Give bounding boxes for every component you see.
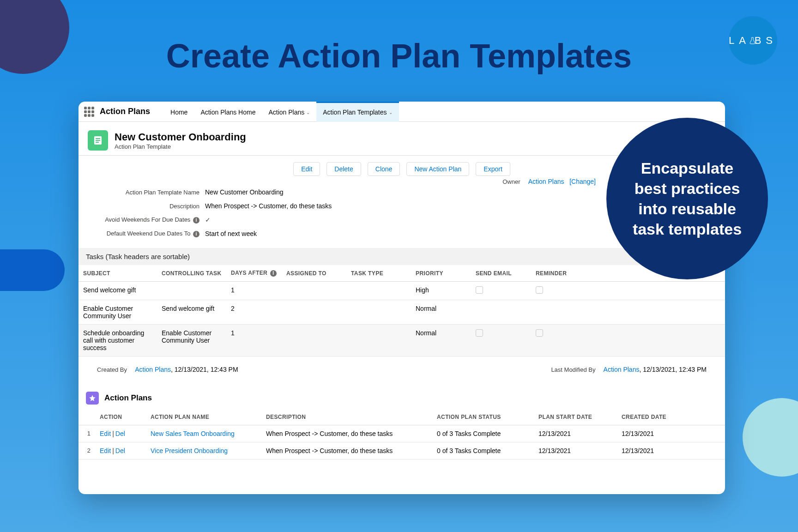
field-label-description: Description: [90, 203, 205, 210]
decorative-pill: [0, 249, 65, 291]
col-assigned[interactable]: Assigned To: [282, 265, 346, 282]
delete-button[interactable]: Delete: [326, 162, 361, 176]
owner-change-link[interactable]: [Change]: [569, 178, 596, 185]
record-subtitle: Action Plan Template: [115, 143, 246, 150]
col-controlling[interactable]: Controlling Task: [157, 265, 226, 282]
col-reminder[interactable]: Reminder: [531, 265, 591, 282]
send-email-checkbox[interactable]: [476, 329, 483, 337]
template-icon: [88, 130, 108, 151]
owner-link[interactable]: Action Plans: [528, 178, 564, 185]
record-title: New Customer Onboarding: [115, 131, 246, 143]
task-row: Send welcome gift 1 High: [79, 282, 725, 300]
col-plan-created[interactable]: Created Date: [617, 409, 725, 425]
task-row: Enable Customer Community User Send welc…: [79, 300, 725, 325]
related-list-header: Action Plans: [79, 382, 725, 409]
chevron-down-icon: ⌄: [389, 110, 393, 115]
col-days-after[interactable]: Days After i: [226, 265, 282, 282]
reminder-checkbox[interactable]: [536, 329, 543, 337]
related-list-title: Action Plans: [104, 393, 152, 403]
delete-link[interactable]: Del: [115, 447, 125, 454]
edit-link[interactable]: Edit: [100, 447, 111, 454]
info-icon[interactable]: i: [270, 270, 277, 277]
svg-rect-3: [96, 142, 99, 143]
plan-name-link[interactable]: Vice President Onboarding: [151, 447, 228, 454]
chevron-down-icon: ⌄: [306, 110, 310, 115]
global-nav: Action Plans Home Action Plans Home Acti…: [79, 102, 725, 122]
svg-rect-2: [96, 140, 100, 141]
field-value-default-weekend: Start of next week: [205, 230, 257, 237]
app-launcher-icon[interactable]: [84, 107, 94, 117]
plan-name-link[interactable]: New Sales Team Onboarding: [151, 430, 235, 437]
field-value-name: New Customer Onboarding: [205, 188, 284, 196]
nav-action-plans[interactable]: Action Plans⌄: [262, 102, 316, 122]
edit-link[interactable]: Edit: [100, 430, 111, 437]
col-priority[interactable]: Priority: [411, 265, 471, 282]
hero-title: Create Action Plan Templates: [0, 37, 798, 75]
modified-by-user[interactable]: Action Plans: [604, 366, 640, 373]
created-by-label: Created By: [97, 366, 127, 373]
clone-button[interactable]: Clone: [368, 162, 400, 176]
info-icon[interactable]: i: [193, 217, 200, 224]
export-button[interactable]: Export: [476, 162, 510, 176]
field-value-avoid-weekends: [205, 216, 211, 224]
callout-bubble: Encapsulate best practices into reusable…: [606, 118, 768, 279]
app-name: Action Plans: [100, 107, 150, 116]
field-label-name: Action Plan Template Name: [90, 189, 205, 196]
action-plan-row: 2 Edit|Del Vice President Onboarding Whe…: [79, 442, 725, 459]
edit-button[interactable]: Edit: [293, 162, 320, 176]
field-value-description: When Prospect -> Customer, do these task…: [205, 202, 332, 210]
field-label-default-weekend: Default Weekend Due Dates To i: [90, 230, 205, 237]
col-send-email[interactable]: Send Email: [471, 265, 531, 282]
nav-action-plans-home[interactable]: Action Plans Home: [194, 102, 262, 122]
modified-by-label: Last Modified By: [551, 366, 595, 373]
col-plan-desc[interactable]: Description: [261, 409, 432, 425]
new-action-plan-button[interactable]: New Action Plan: [406, 162, 469, 176]
col-subject[interactable]: Subject: [79, 265, 157, 282]
delete-link[interactable]: Del: [115, 430, 125, 437]
info-icon[interactable]: i: [193, 231, 200, 237]
created-by-user[interactable]: Action Plans: [135, 366, 171, 373]
owner-field: Owner Action Plans [Change]: [502, 178, 596, 185]
nav-action-plan-templates[interactable]: Action Plan Templates⌄: [316, 102, 399, 122]
action-plan-row: 1 Edit|Del New Sales Team Onboarding Whe…: [79, 425, 725, 442]
field-label-avoid-weekends: Avoid Weekends For Due Dates i: [90, 216, 205, 224]
task-row: Schedule onboarding call with customer s…: [79, 325, 725, 357]
tasks-table: Subject Controlling Task Days After i As…: [79, 265, 725, 357]
related-action-plans-table: Action Action Plan Name Description Acti…: [79, 409, 725, 459]
col-plan-name[interactable]: Action Plan Name: [146, 409, 261, 425]
star-icon: [86, 392, 99, 405]
owner-label: Owner: [502, 178, 520, 185]
col-action[interactable]: Action: [95, 409, 146, 425]
svg-rect-1: [96, 138, 100, 139]
reminder-checkbox[interactable]: [536, 286, 543, 294]
nav-home[interactable]: Home: [164, 102, 194, 122]
col-task-type[interactable]: Task Type: [346, 265, 411, 282]
send-email-checkbox[interactable]: [476, 286, 483, 294]
decorative-circle-right: [743, 398, 798, 477]
col-plan-status[interactable]: Action Plan Status: [432, 409, 534, 425]
record-meta: Created By Action Plans, 12/13/2021, 12:…: [79, 357, 725, 382]
col-plan-start[interactable]: Plan Start Date: [534, 409, 617, 425]
